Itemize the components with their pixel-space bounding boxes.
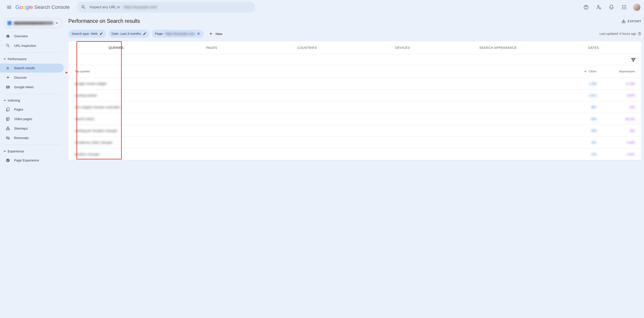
svg-point-11 [624, 8, 624, 9]
nav-page-experience[interactable]: Page Experience [0, 156, 64, 165]
nav-page-experience-label: Page Experience [14, 159, 39, 162]
nav-search-results[interactable]: G Search results [0, 63, 64, 73]
tab-search-appearance[interactable]: Search Appearance [450, 41, 546, 54]
nav-divider [4, 145, 61, 145]
svg-rect-17 [8, 87, 9, 87]
sidebar: https://example.com Overview URL inspect… [0, 0, 66, 318]
svg-point-4 [622, 5, 623, 6]
table-row[interactable]: ranking per location changer 543 432 [68, 125, 641, 137]
page-header: Performance on Search results EXPORT [68, 18, 641, 24]
svg-point-7 [622, 7, 623, 8]
svg-point-8 [624, 7, 624, 8]
product-name: Search Console [34, 4, 70, 10]
table-filter-row [68, 54, 641, 65]
table-row[interactable]: wordpress index changer 321 5,432 [68, 137, 641, 148]
url-inspection-search[interactable]: Inspect any URL in https://example.com/ [76, 2, 255, 13]
add-filter-button[interactable]: New [206, 31, 225, 36]
user-settings-button[interactable] [593, 2, 604, 13]
notifications-button[interactable] [606, 2, 617, 13]
property-name-redacted: https://example.com [14, 21, 53, 25]
tab-pages[interactable]: Pages [164, 41, 259, 54]
filter-date[interactable]: Date: Last 3 months [108, 30, 150, 38]
hamburger-menu-button[interactable] [4, 2, 14, 13]
impressions-value-redacted: 45,321 [625, 117, 635, 121]
annotation-arrow-icon [66, 69, 68, 76]
search-icon [81, 5, 86, 10]
svg-point-5 [624, 5, 624, 6]
filter-search-type[interactable]: Search type: Web [68, 30, 106, 38]
app-header: Google Search Console Inspect any URL in… [0, 0, 644, 14]
chevron-down-icon [56, 22, 58, 24]
apps-grid-icon [622, 5, 626, 9]
nav-section-performance[interactable]: Performance [0, 55, 66, 63]
help-icon[interactable] [638, 32, 641, 35]
chevron-down-icon [4, 150, 6, 152]
edit-icon [143, 32, 146, 35]
dimension-tabs: Queries Pages Countries Devices Search A… [68, 41, 641, 54]
svg-rect-19 [7, 88, 9, 88]
help-button[interactable] [581, 2, 592, 13]
query-text-redacted: search intent [75, 117, 94, 121]
apps-button[interactable] [619, 2, 630, 13]
search-domain-redacted: https://example.com/ [124, 5, 157, 9]
filter-page-value-redacted: https://example.com [166, 32, 195, 35]
tab-countries[interactable]: Countries [259, 41, 355, 54]
table-row[interactable]: google review widget 1,234 12,345 [68, 78, 641, 90]
nav-removals[interactable]: Removals [0, 133, 64, 142]
svg-point-27 [640, 34, 640, 35]
tab-dates[interactable]: Dates [546, 41, 641, 54]
impressions-value-redacted: 9,876 [627, 94, 635, 97]
svg-rect-22 [8, 127, 8, 128]
query-text-redacted: location changer [75, 152, 100, 156]
logo: Google Search Console [16, 4, 70, 10]
add-filter-label: New [216, 32, 222, 36]
nav-discover[interactable]: Discover [0, 73, 64, 82]
nav-video-pages[interactable]: Video pages [0, 114, 64, 123]
tab-devices-label: Devices [395, 46, 410, 49]
download-icon [621, 19, 626, 23]
plus-icon [209, 31, 213, 36]
nav-discover-label: Discover [14, 76, 27, 79]
export-button[interactable]: EXPORT [621, 19, 641, 23]
nav-section-indexing[interactable]: Indexing [0, 96, 66, 104]
nav-pages[interactable]: Pages [0, 105, 64, 114]
clicks-value-redacted: 1,234 [588, 82, 596, 85]
nav-google-news[interactable]: Google News [0, 82, 64, 92]
svg-point-25 [6, 159, 10, 162]
filter-icon[interactable] [631, 57, 636, 62]
tab-devices[interactable]: Devices [355, 41, 450, 54]
header-clicks[interactable]: Clicks [560, 70, 596, 73]
table-row[interactable]: location changer 210 4,321 [68, 148, 641, 160]
chevron-down-icon [4, 58, 6, 60]
nav-sitemaps[interactable]: Sitemaps [0, 124, 64, 133]
impressions-value-redacted: 432 [630, 129, 635, 133]
svg-rect-18 [7, 87, 9, 87]
nav-overview[interactable]: Overview [0, 32, 64, 41]
nav-divider [4, 94, 61, 94]
close-icon[interactable] [196, 32, 200, 36]
tab-queries[interactable]: Queries [68, 41, 164, 54]
nav-section-performance-label: Performance [8, 57, 26, 61]
nav-section-experience[interactable]: Experience [0, 147, 66, 155]
nav-section-indexing-label: Indexing [8, 99, 20, 102]
table-row[interactable]: rich snippet checker extended 987 876 [68, 101, 641, 113]
video-icon [6, 117, 10, 121]
svg-rect-15 [7, 86, 8, 87]
svg-rect-14 [6, 86, 10, 88]
menu-icon [6, 4, 12, 10]
page-experience-icon [6, 158, 10, 163]
search-placeholder-text: Inspect any URL in [90, 5, 120, 9]
table-row[interactable]: ranking tracker 1,012 9,876 [68, 90, 641, 101]
table-row[interactable]: search intent 654 45,321 [68, 113, 641, 125]
user-avatar[interactable] [633, 3, 640, 11]
filter-page[interactable]: Page: https://example.com [152, 30, 204, 38]
impressions-value-redacted: 4,321 [627, 152, 635, 156]
header-top-queries[interactable]: Top queries [75, 70, 560, 73]
visibility-off-icon [6, 136, 10, 140]
nav-removals-label: Removals [14, 136, 28, 140]
header-impressions[interactable]: Impressions [596, 70, 635, 73]
property-selector[interactable]: https://example.com [4, 18, 62, 28]
nav-url-inspection[interactable]: URL inspection [0, 41, 64, 50]
filter-date-label: Date: Last 3 months [112, 32, 141, 35]
svg-rect-20 [7, 108, 9, 111]
